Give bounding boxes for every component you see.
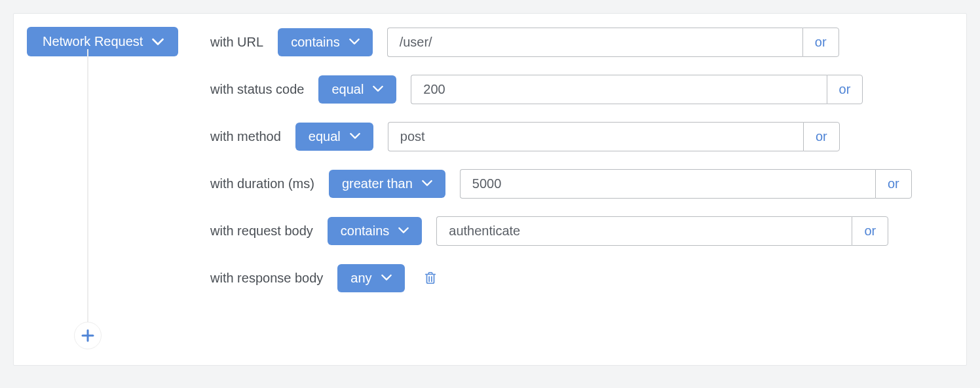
condition-label: with status code [210,82,304,97]
operator-label: any [350,271,371,286]
value-group: or [388,122,840,151]
event-type-label: Network Request [43,34,143,49]
event-type-selector[interactable]: Network Request [27,27,178,56]
chevron-down-icon [152,38,164,46]
condition-value-input[interactable] [387,28,802,57]
value-group: or [460,169,912,199]
condition-label: with response body [210,271,323,286]
condition-value-input[interactable] [436,216,852,246]
condition-row: with response bodyany [210,263,953,293]
operator-label: equal [331,82,364,97]
page-root: Network Request with URLcontainsorwith s… [0,0,980,379]
chevron-down-icon [373,85,385,93]
condition-value-input[interactable] [411,75,826,104]
condition-row: with duration (ms)greater thanor [210,168,953,199]
operator-label: greater than [342,176,413,191]
operator-selector[interactable]: contains [328,217,423,245]
or-button[interactable]: or [802,28,839,57]
value-group: or [411,75,863,104]
or-button[interactable]: or [875,169,912,199]
tree-connector-line [87,49,88,332]
condition-label: with request body [210,223,313,239]
condition-row: with request bodycontainsor [210,216,953,246]
delete-condition-button[interactable] [419,268,442,288]
operator-selector[interactable]: greater than [329,170,445,198]
operator-selector[interactable]: any [337,264,404,292]
or-button[interactable]: or [827,75,863,104]
trash-icon [423,271,438,285]
operator-selector[interactable]: equal [318,75,396,104]
condition-row: with URLcontainsor [210,27,953,57]
condition-row: with methodequalor [210,121,953,151]
chevron-down-icon [350,132,362,140]
value-group: or [436,216,888,246]
operator-label: equal [309,129,341,144]
chevron-down-icon [349,38,361,46]
tree-column: Network Request [27,27,210,352]
chevron-down-icon [398,227,410,235]
or-button[interactable]: or [803,122,840,151]
filter-builder: Network Request with URLcontainsorwith s… [27,27,953,352]
condition-value-input[interactable] [388,122,803,151]
add-condition-button[interactable] [74,322,102,349]
condition-row: with status codeequalor [210,74,953,104]
plus-icon [81,329,94,342]
filter-panel: Network Request with URLcontainsorwith s… [13,13,967,366]
operator-label: contains [291,35,340,50]
condition-label: with duration (ms) [210,176,314,191]
condition-label: with URL [210,35,263,50]
chevron-down-icon [422,180,434,187]
condition-value-input[interactable] [460,169,875,199]
or-button[interactable]: or [852,216,888,246]
condition-label: with method [210,129,281,144]
operator-label: contains [341,223,390,239]
conditions-list: with URLcontainsorwith status codeequalo… [210,27,953,352]
operator-selector[interactable]: equal [295,123,373,151]
chevron-down-icon [381,274,393,282]
operator-selector[interactable]: contains [278,28,373,56]
value-group: or [387,28,839,57]
